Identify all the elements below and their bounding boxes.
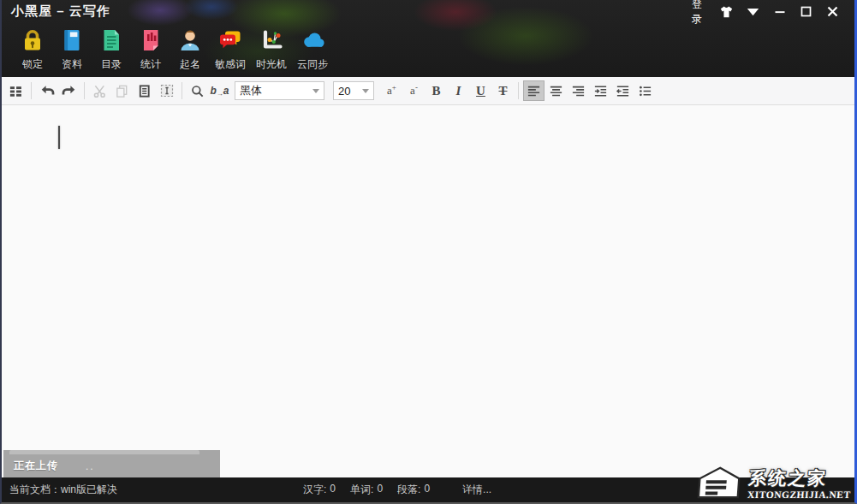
ribbon-label: 目录 (101, 57, 122, 72)
person-icon (176, 26, 205, 55)
indent-increase-button[interactable] (590, 80, 611, 101)
redo-icon (62, 83, 77, 98)
triangle-down-icon (747, 8, 759, 16)
font-increase-button[interactable]: a+ (381, 80, 402, 101)
ribbon-item-cloud-sync[interactable]: 云同步 (292, 26, 333, 72)
ribbon-label: 时光机 (256, 57, 287, 72)
ribbon-label: 敏感词 (215, 57, 246, 72)
font-family-value: 黑体 (240, 83, 262, 98)
font-decrease-button[interactable]: a- (403, 80, 425, 101)
font-family-select[interactable]: 黑体 (235, 81, 324, 100)
title-bar: 小黑屋 – 云写作 登录 (2, 0, 854, 23)
window-title: 小黑屋 – 云写作 (2, 3, 110, 20)
login-button[interactable]: 登录 (687, 2, 713, 22)
paste-icon (137, 84, 152, 98)
copy-button[interactable] (111, 80, 133, 101)
align-left-button[interactable] (523, 80, 545, 101)
collapse-button[interactable] (740, 2, 766, 22)
text-caret (58, 126, 60, 149)
ribbon-label: 云同步 (297, 57, 328, 72)
ribbon-label: 起名 (180, 57, 200, 72)
undo-button[interactable] (36, 80, 57, 101)
maximize-icon (800, 6, 812, 17)
italic-button[interactable]: I (448, 80, 469, 101)
watermark-title: 系统之家 (748, 466, 829, 490)
ribbon-item-catalog[interactable]: 目录 (92, 26, 131, 72)
font-size-select[interactable]: 20 (333, 81, 374, 100)
close-icon (827, 6, 838, 17)
underline-button[interactable]: U (470, 80, 491, 101)
toolbar-separator (182, 82, 182, 99)
app-window: 小黑屋 – 云写作 登录 (0, 0, 857, 504)
editor-area[interactable] (2, 105, 854, 477)
upload-toast-text: 正在上传 (14, 459, 58, 473)
window-controls: 登录 (687, 2, 854, 22)
ribbon-label: 统计 (140, 57, 161, 72)
font-increase-icon: a+ (387, 83, 396, 98)
ribbon-item-lock[interactable]: 锁定 (13, 26, 52, 72)
cut-button[interactable] (89, 80, 110, 101)
redo-button[interactable] (58, 80, 80, 101)
ribbon-item-naming[interactable]: 起名 (170, 26, 210, 72)
hanzi-counter: 汉字: 0 (303, 483, 336, 497)
outline-icon (9, 84, 23, 98)
indent-increase-icon (593, 84, 608, 98)
details-link[interactable]: 详情... (462, 483, 491, 497)
time-machine-icon (257, 26, 286, 55)
ribbon-label: 资料 (62, 57, 82, 72)
counter-value: 0 (330, 483, 336, 497)
outline-panel-button[interactable] (5, 80, 27, 101)
indent-decrease-button[interactable] (612, 80, 634, 101)
counter-label: 段落: (397, 483, 420, 497)
font-decrease-icon: a- (410, 83, 418, 98)
minimize-button[interactable] (766, 2, 793, 22)
window-header: 小黑屋 – 云写作 登录 (2, 0, 854, 77)
paste-button[interactable] (134, 80, 155, 101)
watermark-url: XITONGZHIJIA.NET (747, 489, 851, 500)
stats-icon (136, 26, 165, 55)
upload-toast: 正在上传 .. (3, 450, 220, 477)
counter-value: 0 (377, 483, 383, 497)
align-right-button[interactable] (568, 80, 589, 101)
dropdown-arrow-icon (362, 89, 369, 93)
paragraph-counter: 段落: 0 (397, 483, 430, 497)
format-toolbar: b→a 黑体 20 a+ a- B I U T (2, 77, 854, 105)
ribbon-item-time-machine[interactable]: 时光机 (251, 26, 292, 72)
select-all-button[interactable] (156, 80, 177, 101)
toolbar-separator (31, 82, 32, 99)
xitongzhijia-logo-icon (693, 465, 746, 501)
find-replace-button[interactable]: b→a (209, 80, 230, 101)
minimize-icon (775, 7, 785, 17)
copy-icon (115, 84, 129, 98)
search-button[interactable] (187, 80, 208, 101)
ribbon-item-material[interactable]: 资料 (52, 26, 92, 72)
align-left-icon (527, 84, 541, 98)
align-right-icon (571, 84, 586, 98)
current-document-label: 当前文档：win版已解决 (9, 483, 117, 497)
bullet-list-button[interactable] (634, 80, 656, 101)
word-counters: 汉字: 0 单词: 0 段落: 0 详情... (303, 477, 491, 502)
word-counter: 单词: 0 (350, 483, 383, 497)
align-center-button[interactable] (545, 80, 567, 101)
font-size-value: 20 (338, 85, 350, 98)
ribbon-item-statistics[interactable]: 统计 (131, 26, 170, 72)
main-ribbon: 锁定 资料 (2, 23, 854, 72)
select-all-icon (159, 83, 175, 98)
toolbar-separator (518, 82, 519, 99)
watermark-text: 系统之家 XITONGZHIJIA.NET (747, 466, 853, 500)
maximize-button[interactable] (793, 2, 819, 22)
align-center-icon (549, 84, 563, 98)
counter-value: 0 (424, 483, 430, 497)
close-button[interactable] (819, 2, 846, 22)
book-icon (57, 26, 86, 55)
ribbon-item-sensitive-words[interactable]: 敏感词 (210, 26, 251, 72)
upload-toast-dots: .. (86, 460, 95, 472)
toolbar-separator (84, 82, 85, 99)
bold-button[interactable]: B (426, 80, 447, 101)
theme-button[interactable] (713, 2, 740, 22)
watermark: 系统之家 XITONGZHIJIA.NET (693, 465, 854, 501)
strikethrough-button[interactable]: T (492, 80, 514, 101)
replace-icon: b→a (210, 85, 229, 98)
bullet-list-icon (638, 84, 652, 98)
counter-label: 单词: (350, 483, 373, 497)
